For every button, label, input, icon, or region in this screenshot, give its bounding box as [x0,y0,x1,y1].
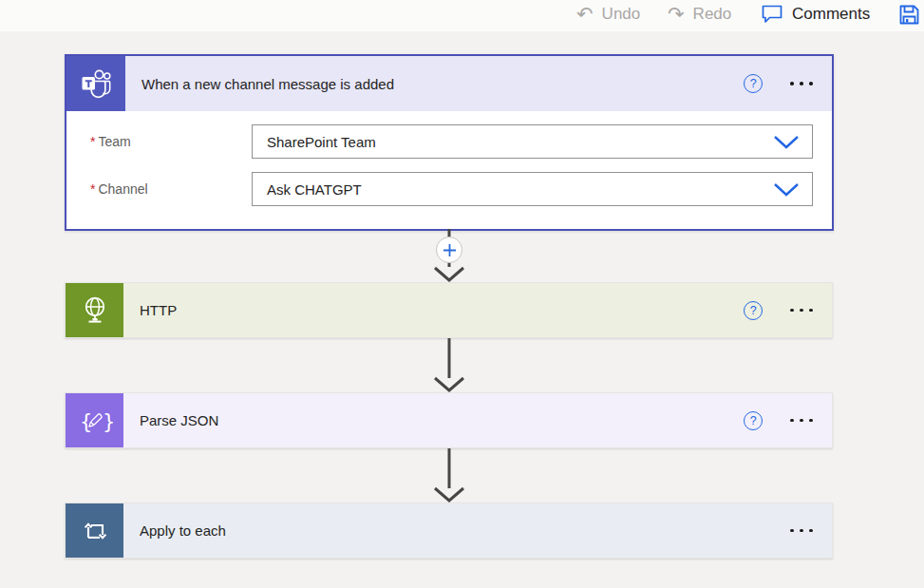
chevron-down-icon [773,182,800,197]
channel-dropdown[interactable]: Ask CHATGPT [252,172,813,206]
action-title-parse-json: Parse JSON [140,412,744,428]
action-title-http: HTTP [140,302,744,318]
action-card-apply-to-each[interactable]: Apply to each [65,503,833,559]
flow-designer-canvas: When a new channel message is added ? *T… [0,31,924,588]
chevron-down-icon [773,135,800,149]
loop-icon [66,503,123,558]
comment-bubble-icon [761,4,783,25]
action-card-parse-json[interactable]: { } Parse JSON ? [65,392,833,448]
team-field-row: *Team SharePoint Team [90,124,813,159]
required-asterisk: * [90,134,95,149]
save-icon [898,4,920,26]
save-button[interactable] [898,0,920,31]
redo-label: Redo [693,5,732,24]
apply-to-each-more-actions-button[interactable] [788,525,815,537]
channel-dropdown-value: Ask CHATGPT [267,181,773,198]
action-title-apply-to-each: Apply to each [140,522,788,539]
channel-field-label: *Channel [90,181,252,197]
team-field-label: *Team [90,134,252,149]
redo-button[interactable]: ↷ Redo [668,0,731,31]
trigger-title: When a new channel message is added [141,76,744,92]
braces-pencil-icon: { } [66,393,123,447]
trigger-card-when-new-channel-message[interactable]: When a new channel message is added ? *T… [65,54,834,231]
undo-icon: ↶ [576,4,594,24]
team-dropdown[interactable]: SharePoint Team [252,124,813,159]
channel-field-row: *Channel Ask CHATGPT [90,172,813,206]
action-card-http[interactable]: HTTP ? [65,282,833,338]
trigger-help-icon[interactable]: ? [744,74,763,93]
parse-json-help-icon[interactable]: ? [744,411,763,430]
comments-label: Comments [792,5,870,24]
microsoft-teams-icon [66,56,125,111]
trigger-parameters: *Team SharePoint Team *Channel Ask CHATG… [66,111,832,229]
svg-text:{: { [80,409,92,432]
trigger-card-header[interactable]: When a new channel message is added ? [66,56,832,111]
plus-icon [443,243,457,257]
command-bar: ↶ Undo ↷ Redo Comments [0,0,924,31]
http-more-actions-button[interactable] [788,305,815,316]
http-help-icon[interactable]: ? [744,301,763,320]
connector-arrow [428,338,470,392]
globe-icon [66,283,123,337]
ellipsis-icon [790,82,794,85]
team-dropdown-value: SharePoint Team [267,134,773,150]
undo-label: Undo [602,5,641,24]
undo-button[interactable]: ↶ Undo [576,0,640,31]
trigger-more-actions-button[interactable] [788,78,815,89]
required-asterisk: * [90,181,95,197]
redo-icon: ↷ [668,4,685,24]
insert-step-button[interactable] [436,237,462,263]
comments-button[interactable]: Comments [761,0,870,31]
parse-json-more-actions-button[interactable] [788,415,815,427]
svg-text:}: } [103,409,113,432]
connector-arrow [428,448,470,503]
